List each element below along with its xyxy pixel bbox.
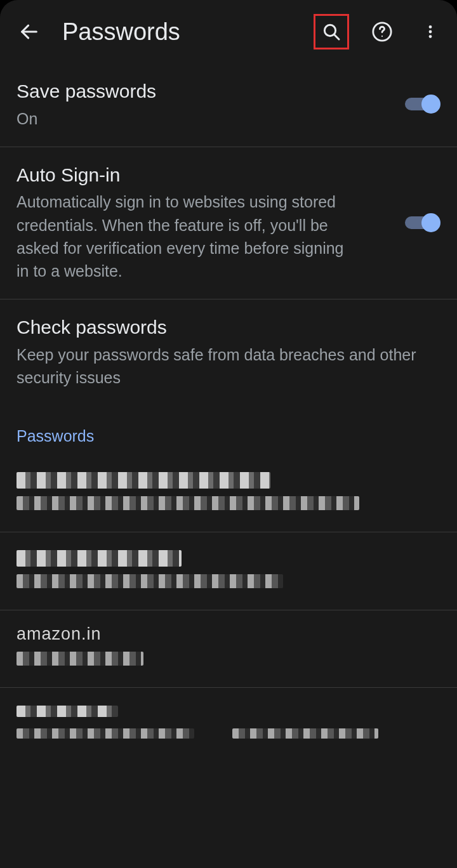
- password-entry[interactable]: [0, 454, 457, 532]
- save-passwords-status: On: [17, 107, 392, 130]
- svg-point-7: [429, 35, 432, 38]
- password-site-redacted: [17, 706, 118, 717]
- page-title: Passwords: [62, 18, 296, 46]
- passwords-section-label: Passwords: [0, 405, 457, 454]
- svg-point-4: [381, 36, 383, 37]
- password-user-redacted: [17, 652, 143, 666]
- password-entry[interactable]: amazon.in: [0, 610, 457, 688]
- password-user-redacted: [17, 496, 359, 510]
- password-user-redacted: [17, 728, 194, 739]
- svg-point-5: [429, 25, 432, 29]
- back-button[interactable]: [14, 16, 44, 47]
- check-passwords-description: Keep your passwords safe from data breac…: [17, 343, 440, 390]
- password-site: amazon.in: [17, 624, 440, 644]
- help-button[interactable]: [367, 16, 397, 47]
- auto-signin-description: Automatically sign in to websites using …: [17, 190, 359, 282]
- more-options-button[interactable]: [415, 16, 446, 47]
- password-site-redacted: [17, 472, 270, 489]
- password-user-redacted: [17, 574, 283, 588]
- auto-signin-toggle[interactable]: [405, 213, 440, 232]
- save-passwords-toggle[interactable]: [405, 95, 440, 114]
- save-passwords-title: Save passwords: [17, 79, 392, 105]
- auto-signin-row[interactable]: Auto Sign-in Automatically sign in to we…: [0, 147, 457, 300]
- search-button[interactable]: [319, 19, 344, 44]
- search-button-highlight: [314, 14, 349, 49]
- check-passwords-row[interactable]: Check passwords Keep your passwords safe…: [0, 299, 457, 405]
- password-site-redacted: [17, 550, 182, 567]
- password-user-redacted: [232, 728, 378, 739]
- password-entry[interactable]: [0, 688, 457, 760]
- save-passwords-row[interactable]: Save passwords On: [0, 63, 457, 147]
- password-entry[interactable]: [0, 532, 457, 610]
- svg-line-2: [334, 34, 339, 39]
- svg-point-6: [429, 30, 432, 34]
- app-header: Passwords: [0, 0, 457, 63]
- check-passwords-title: Check passwords: [17, 315, 440, 341]
- auto-signin-title: Auto Sign-in: [17, 162, 392, 188]
